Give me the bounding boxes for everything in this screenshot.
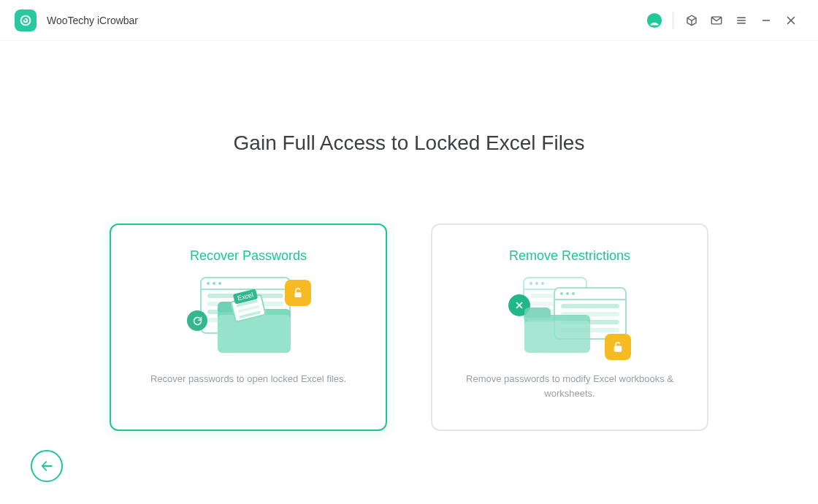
unlock-icon [605, 334, 631, 360]
card-desc-remove: Remove passwords to modify Excel workboo… [453, 372, 687, 400]
titlebar: WooTechy iCrowbar [0, 0, 818, 41]
option-cards: Recover Passwords [0, 224, 818, 431]
remove-restrictions-card[interactable]: Remove Restrictions [431, 224, 708, 431]
recover-passwords-card[interactable]: Recover Passwords [110, 224, 387, 431]
back-button[interactable] [31, 450, 63, 482]
refresh-icon [187, 310, 207, 331]
card-title-recover: Recover Passwords [190, 248, 307, 264]
page-heading: Gain Full Access to Locked Excel Files [0, 131, 818, 155]
mail-icon[interactable] [704, 8, 729, 33]
app-title: WooTechy iCrowbar [47, 15, 138, 26]
account-icon[interactable] [642, 8, 667, 33]
unlock-icon [285, 280, 311, 306]
minimize-button[interactable] [754, 8, 779, 33]
svg-point-2 [652, 16, 657, 20]
package-icon[interactable] [679, 8, 704, 33]
close-button[interactable] [779, 8, 803, 33]
main-content: Gain Full Access to Locked Excel Files R… [0, 41, 818, 504]
card-title-remove: Remove Restrictions [509, 248, 630, 264]
menu-icon[interactable] [729, 8, 754, 33]
svg-point-0 [21, 15, 31, 25]
app-logo [15, 9, 37, 31]
app-window: WooTechy iCrowbar Gain Full Access to Lo… [0, 0, 818, 504]
recover-illustration: Excel [175, 277, 321, 357]
titlebar-divider [673, 12, 673, 28]
svg-point-16 [617, 348, 619, 349]
card-desc-recover: Recover passwords to open locked Excel f… [150, 372, 346, 386]
remove-illustration [497, 277, 643, 357]
svg-point-12 [297, 294, 299, 295]
